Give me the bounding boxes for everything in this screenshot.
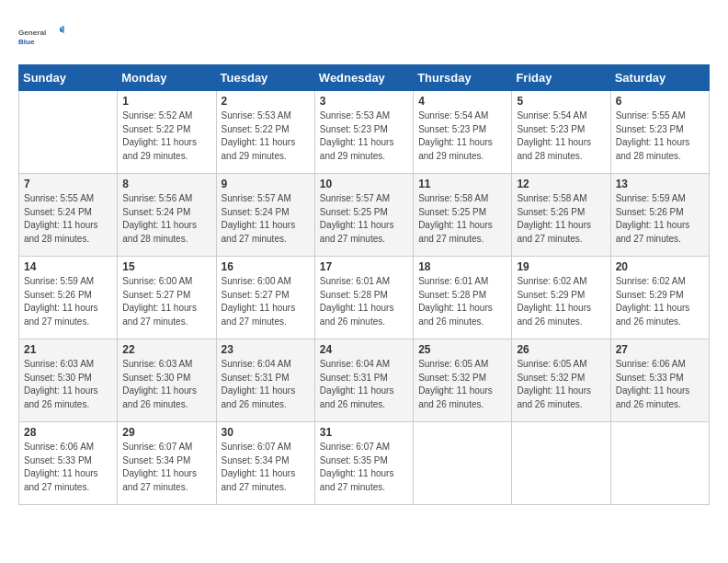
day-cell: 21Sunrise: 6:03 AMSunset: 5:30 PMDayligh…: [19, 339, 118, 422]
svg-text:Blue: Blue: [18, 38, 35, 46]
header-sunday: Sunday: [19, 65, 118, 91]
day-number: 23: [222, 343, 310, 356]
day-cell: 14Sunrise: 5:59 AMSunset: 5:26 PMDayligh…: [19, 257, 118, 339]
svg-text:General: General: [18, 29, 46, 37]
day-number: 5: [517, 95, 605, 108]
days-header-row: Sunday Monday Tuesday Wednesday Thursday…: [19, 65, 710, 91]
day-cell: 8Sunrise: 5:56 AMSunset: 5:24 PMDaylight…: [118, 174, 216, 257]
day-cell: 9Sunrise: 5:57 AMSunset: 5:24 PMDaylight…: [216, 174, 314, 257]
day-cell: 26Sunrise: 6:05 AMSunset: 5:32 PMDayligh…: [512, 339, 610, 422]
day-cell: 25Sunrise: 6:05 AMSunset: 5:32 PMDayligh…: [414, 339, 512, 422]
logo-svg: General Blue: [18, 18, 64, 55]
day-cell: 18Sunrise: 6:01 AMSunset: 5:28 PMDayligh…: [414, 257, 512, 339]
day-info: Sunrise: 6:03 AMSunset: 5:30 PMDaylight:…: [122, 358, 210, 411]
day-info: Sunrise: 5:56 AMSunset: 5:24 PMDaylight:…: [122, 192, 210, 246]
day-cell: 3Sunrise: 5:53 AMSunset: 5:23 PMDaylight…: [314, 91, 413, 174]
day-number: 7: [24, 178, 112, 190]
header-thursday: Thursday: [414, 65, 512, 91]
header-monday: Monday: [118, 65, 216, 91]
header: General Blue: [18, 18, 710, 55]
day-cell: 12Sunrise: 5:58 AMSunset: 5:26 PMDayligh…: [512, 174, 610, 257]
header-saturday: Saturday: [610, 65, 709, 91]
day-info: Sunrise: 6:06 AMSunset: 5:33 PMDaylight:…: [616, 358, 704, 411]
day-cell: 28Sunrise: 6:06 AMSunset: 5:33 PMDayligh…: [19, 422, 118, 505]
day-number: 30: [222, 426, 310, 439]
day-number: 19: [517, 260, 605, 273]
day-info: Sunrise: 6:05 AMSunset: 5:32 PMDaylight:…: [517, 358, 605, 411]
day-cell: 22Sunrise: 6:03 AMSunset: 5:30 PMDayligh…: [118, 339, 216, 422]
day-info: Sunrise: 5:53 AMSunset: 5:22 PMDaylight:…: [222, 109, 310, 163]
day-cell: 24Sunrise: 6:04 AMSunset: 5:31 PMDayligh…: [314, 339, 413, 422]
day-cell: [19, 91, 118, 174]
calendar-table: Sunday Monday Tuesday Wednesday Thursday…: [18, 64, 710, 505]
day-number: 1: [122, 95, 210, 108]
day-cell: 13Sunrise: 5:59 AMSunset: 5:26 PMDayligh…: [610, 174, 709, 257]
header-wednesday: Wednesday: [314, 65, 413, 91]
day-number: 2: [222, 95, 310, 108]
day-cell: 10Sunrise: 5:57 AMSunset: 5:25 PMDayligh…: [314, 174, 413, 257]
day-number: 6: [616, 95, 704, 108]
day-cell: [414, 422, 512, 505]
day-number: 25: [418, 343, 506, 356]
day-info: Sunrise: 5:52 AMSunset: 5:22 PMDaylight:…: [122, 109, 210, 163]
day-info: Sunrise: 5:54 AMSunset: 5:23 PMDaylight:…: [418, 109, 506, 163]
day-info: Sunrise: 5:54 AMSunset: 5:23 PMDaylight:…: [517, 109, 605, 163]
week-row-2: 7Sunrise: 5:55 AMSunset: 5:24 PMDaylight…: [19, 174, 710, 257]
day-info: Sunrise: 5:53 AMSunset: 5:23 PMDaylight:…: [320, 109, 408, 163]
day-info: Sunrise: 5:58 AMSunset: 5:26 PMDaylight:…: [517, 192, 605, 246]
day-number: 28: [24, 426, 112, 439]
day-info: Sunrise: 6:06 AMSunset: 5:33 PMDaylight:…: [24, 441, 112, 494]
day-cell: 17Sunrise: 6:01 AMSunset: 5:28 PMDayligh…: [314, 257, 413, 339]
day-cell: 5Sunrise: 5:54 AMSunset: 5:23 PMDaylight…: [512, 91, 610, 174]
day-cell: 4Sunrise: 5:54 AMSunset: 5:23 PMDaylight…: [414, 91, 512, 174]
week-row-3: 14Sunrise: 5:59 AMSunset: 5:26 PMDayligh…: [19, 257, 710, 339]
day-info: Sunrise: 6:04 AMSunset: 5:31 PMDaylight:…: [320, 358, 408, 411]
day-cell: 30Sunrise: 6:07 AMSunset: 5:34 PMDayligh…: [216, 422, 314, 505]
day-cell: 7Sunrise: 5:55 AMSunset: 5:24 PMDaylight…: [19, 174, 118, 257]
day-number: 9: [222, 178, 310, 190]
day-cell: 19Sunrise: 6:02 AMSunset: 5:29 PMDayligh…: [512, 257, 610, 339]
day-number: 24: [320, 343, 408, 356]
week-row-4: 21Sunrise: 6:03 AMSunset: 5:30 PMDayligh…: [19, 339, 710, 422]
header-tuesday: Tuesday: [216, 65, 314, 91]
day-cell: [512, 422, 610, 505]
header-friday: Friday: [512, 65, 610, 91]
day-info: Sunrise: 6:05 AMSunset: 5:32 PMDaylight:…: [418, 358, 506, 411]
day-cell: 29Sunrise: 6:07 AMSunset: 5:34 PMDayligh…: [118, 422, 216, 505]
day-info: Sunrise: 6:07 AMSunset: 5:34 PMDaylight:…: [122, 441, 210, 494]
day-number: 12: [517, 178, 605, 190]
day-info: Sunrise: 5:59 AMSunset: 5:26 PMDaylight:…: [616, 192, 704, 246]
day-number: 20: [616, 260, 704, 273]
day-number: 22: [122, 343, 210, 356]
day-cell: 1Sunrise: 5:52 AMSunset: 5:22 PMDaylight…: [118, 91, 216, 174]
day-info: Sunrise: 5:58 AMSunset: 5:25 PMDaylight:…: [418, 192, 506, 246]
week-row-1: 1Sunrise: 5:52 AMSunset: 5:22 PMDaylight…: [19, 91, 710, 174]
day-number: 31: [320, 426, 408, 439]
day-number: 8: [122, 178, 210, 190]
day-number: 21: [24, 343, 112, 356]
day-cell: 31Sunrise: 6:07 AMSunset: 5:35 PMDayligh…: [314, 422, 413, 505]
week-row-5: 28Sunrise: 6:06 AMSunset: 5:33 PMDayligh…: [19, 422, 710, 505]
day-cell: 15Sunrise: 6:00 AMSunset: 5:27 PMDayligh…: [118, 257, 216, 339]
day-info: Sunrise: 5:57 AMSunset: 5:25 PMDaylight:…: [320, 192, 408, 246]
day-number: 29: [122, 426, 210, 439]
day-info: Sunrise: 6:01 AMSunset: 5:28 PMDaylight:…: [418, 275, 506, 328]
day-number: 11: [418, 178, 506, 190]
day-info: Sunrise: 5:59 AMSunset: 5:26 PMDaylight:…: [24, 275, 112, 328]
day-info: Sunrise: 6:04 AMSunset: 5:31 PMDaylight:…: [222, 358, 310, 411]
day-info: Sunrise: 6:02 AMSunset: 5:29 PMDaylight:…: [517, 275, 605, 328]
day-cell: 11Sunrise: 5:58 AMSunset: 5:25 PMDayligh…: [414, 174, 512, 257]
day-number: 27: [616, 343, 704, 356]
day-info: Sunrise: 6:03 AMSunset: 5:30 PMDaylight:…: [24, 358, 112, 411]
day-number: 13: [616, 178, 704, 190]
day-info: Sunrise: 6:00 AMSunset: 5:27 PMDaylight:…: [222, 275, 310, 328]
day-cell: 27Sunrise: 6:06 AMSunset: 5:33 PMDayligh…: [610, 339, 709, 422]
day-info: Sunrise: 6:00 AMSunset: 5:27 PMDaylight:…: [122, 275, 210, 328]
calendar-body: 1Sunrise: 5:52 AMSunset: 5:22 PMDaylight…: [19, 91, 710, 505]
day-number: 18: [418, 260, 506, 273]
day-cell: 23Sunrise: 6:04 AMSunset: 5:31 PMDayligh…: [216, 339, 314, 422]
day-info: Sunrise: 5:57 AMSunset: 5:24 PMDaylight:…: [222, 192, 310, 246]
day-cell: 2Sunrise: 5:53 AMSunset: 5:22 PMDaylight…: [216, 91, 314, 174]
day-cell: [610, 422, 709, 505]
day-cell: 16Sunrise: 6:00 AMSunset: 5:27 PMDayligh…: [216, 257, 314, 339]
